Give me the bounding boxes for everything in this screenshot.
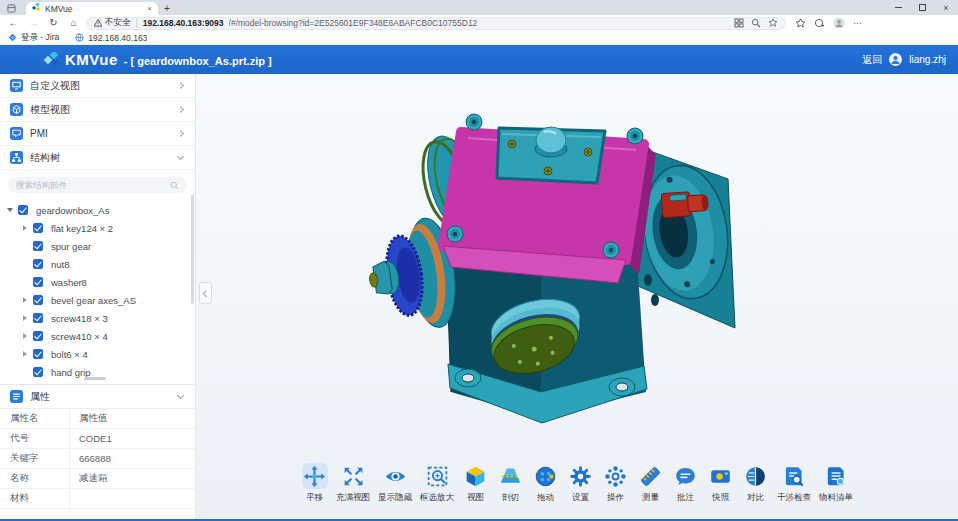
toolbar-snapshot-button[interactable]: 快照 [704,463,737,504]
chevron-right-icon[interactable] [177,106,184,113]
tree-caret-icon[interactable] [23,315,27,321]
tree-item-checkbox[interactable] [33,367,43,377]
properties-icon [10,390,23,403]
close-button[interactable]: × [934,0,958,15]
chevron-right-icon[interactable] [177,130,184,137]
tree-item[interactable]: washer8 [0,273,195,291]
chevron-down-icon[interactable] [177,392,184,399]
sidebar-section-custom-views[interactable]: 自定义视图 [0,74,195,98]
properties-header[interactable]: 属性 [0,385,195,408]
tree-item[interactable]: bevel gear axes_AS [0,291,195,309]
tree-item-checkbox[interactable] [33,313,43,323]
tree-caret-icon[interactable] [7,208,13,212]
add-favorite-icon[interactable] [768,18,778,28]
tree-item[interactable]: geardownbox_As [0,201,195,219]
tree-item-label[interactable]: hand grip [51,367,91,378]
toolbar-pan-button[interactable]: 平移 [298,463,331,504]
toolbar-interference-check-button[interactable]: 干涉检查 [774,463,814,504]
search-in-page-icon[interactable] [751,18,761,28]
properties-panel: 属性 属性名属性值代号CODE1关键字666888名称减速箱材料 [0,384,195,521]
tree-item-checkbox[interactable] [33,295,43,305]
back-icon[interactable]: ← [6,18,21,28]
tree-item-label[interactable]: washer8 [51,277,87,288]
tree-item-checkbox[interactable] [33,349,43,359]
chevron-right-icon[interactable] [177,82,184,89]
user-avatar[interactable] [889,53,902,66]
tree-hscrollbar[interactable] [84,377,106,380]
tree-item-label[interactable]: screw410 × 4 [51,331,108,342]
refresh-icon[interactable]: ↻ [46,18,61,28]
maximize-button[interactable] [910,0,934,15]
tree-item-label[interactable]: bolt6 × 4 [51,349,88,360]
toolbar-fit-view-button[interactable]: 充满视图 [333,463,373,504]
url-field[interactable]: 不安全 | 192.168.40.163:9093 /#/model-brows… [86,17,786,30]
tree-item-label[interactable]: bevel gear axes_AS [51,295,136,306]
toolbar-bom-button[interactable]: 物料清单 [816,463,856,504]
toolbar-settings-button[interactable]: 设置 [564,463,597,504]
toolbar-views-button[interactable]: 视图 [459,463,492,504]
back-button[interactable]: 返回 [862,53,882,67]
gearbox-3d-model[interactable] [356,82,786,472]
toolbar-measure-button[interactable]: 测量 [634,463,667,504]
tab-actions-icon[interactable] [4,2,18,14]
toolbar-compare-button[interactable]: 对比 [739,463,772,504]
settings-more-icon[interactable]: ⋯ [853,18,862,28]
sidebar-vscrollbar[interactable] [191,194,194,304]
tree-caret-icon[interactable] [23,297,27,303]
toolbar-label: 快照 [712,492,729,504]
tree-item[interactable]: screw418 × 3 [0,309,195,327]
search-input[interactable] [16,180,166,190]
bookmark-ip[interactable]: 192.168.40.163 [75,33,147,43]
tree-item[interactable]: nut8 [0,255,195,273]
tree-item[interactable]: spur gear [0,237,195,255]
property-row: 名称减速箱 [0,469,195,489]
tree-item-label[interactable]: flat key124 × 2 [51,223,113,234]
tree-item-checkbox[interactable] [33,331,43,341]
structure-search[interactable] [8,177,187,193]
toolbar-show-hide-button[interactable]: 显示隐藏 [375,463,415,504]
chevron-down-icon[interactable] [177,153,184,160]
new-tab-button[interactable]: + [164,4,170,14]
collapse-sidebar-button[interactable] [199,282,212,304]
tree-item[interactable]: screw410 × 4 [0,327,195,345]
forward-icon[interactable]: → [26,18,41,28]
tree-caret-icon[interactable] [23,225,27,231]
tree-item-checkbox[interactable] [33,259,43,269]
tree-item-checkbox[interactable] [33,241,43,251]
tree-item-label[interactable]: nut8 [51,259,70,270]
collections-icon[interactable] [814,18,825,29]
toolbar-section-button[interactable]: 剖切 [494,463,527,504]
profile-avatar[interactable] [833,17,845,29]
toolbar-box-zoom-button[interactable]: 框选放大 [417,463,457,504]
tree-item[interactable]: flat key124 × 2 [0,219,195,237]
toolbar-annotate-button[interactable]: 批注 [669,463,702,504]
tree-caret-icon[interactable] [23,351,27,357]
minimize-button[interactable] [886,0,910,15]
app-available-icon[interactable] [734,18,744,28]
tree-item-checkbox[interactable] [33,277,43,287]
tree-item-label[interactable]: screw418 × 3 [51,313,108,324]
model-viewer[interactable]: 平移充满视图显示隐藏框选放大视图剖切拖动设置操作测量批注快照对比干涉检查物料清单 [196,74,958,521]
bookmark-jira[interactable]: 登录 - Jira [8,32,59,44]
sidebar-section-pmi[interactable]: PMI [0,122,195,146]
security-warning[interactable]: 不安全 [94,17,131,29]
toolbar-drag-button[interactable]: 拖动 [529,463,562,504]
favorites-icon[interactable] [795,18,806,29]
tree-item-checkbox[interactable] [33,223,43,233]
toolbar-operate-button[interactable]: 操作 [599,463,632,504]
tree-caret-icon[interactable] [23,333,27,339]
sidebar-section-model-views[interactable]: 模型视图 [0,98,195,122]
sidebar-section-structure-tree[interactable]: 结构树 [0,146,195,170]
tree-item-label[interactable]: geardownbox_As [36,205,109,216]
tree-item[interactable]: bolt6 × 4 [0,345,195,363]
tree-item-label[interactable]: spur gear [51,241,91,252]
tree-item-checkbox[interactable] [18,205,28,215]
chevron-left-icon [203,290,209,296]
browser-tab[interactable]: KMVue × [26,2,158,15]
home-icon[interactable]: ⌂ [66,18,81,28]
property-name: 代号 [0,429,70,448]
tab-close-icon[interactable]: × [147,5,152,13]
property-value: CODE1 [70,429,195,448]
bookmark-label: 登录 - Jira [21,32,59,44]
model-views-icon [10,103,23,116]
